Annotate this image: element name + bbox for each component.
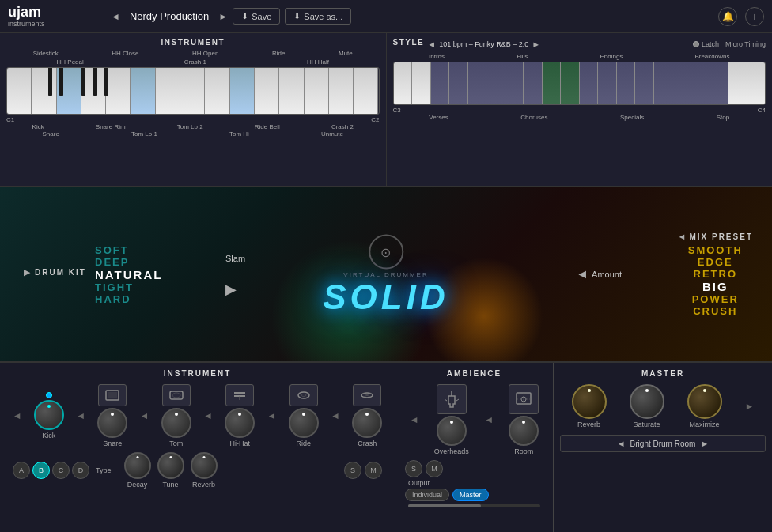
mix-style-big[interactable]: BIG <box>678 280 753 293</box>
style-pattern-key[interactable] <box>598 62 617 104</box>
white-key[interactable] <box>305 67 329 114</box>
save-as-button[interactable]: ⬇ Save as... <box>285 8 351 25</box>
style-pattern-key[interactable] <box>505 62 524 104</box>
kick-scroll[interactable]: ◄ <box>76 410 85 421</box>
style-pattern-key[interactable] <box>691 62 710 104</box>
white-key[interactable] <box>354 67 378 114</box>
channel-scroll-left[interactable]: ◄ <box>13 410 22 421</box>
type-btn-b[interactable]: B <box>32 462 50 479</box>
overheads-icon[interactable] <box>437 384 467 414</box>
style-pattern-key[interactable] <box>524 62 543 104</box>
nav-right-arrow[interactable]: ► <box>218 11 228 22</box>
room-icon[interactable] <box>509 384 539 414</box>
style-pattern-key[interactable] <box>710 62 729 104</box>
kit-style-hard[interactable]: HARD <box>95 293 162 305</box>
style-white-key[interactable] <box>728 62 747 104</box>
master-toggle-btn[interactable]: Master <box>452 489 489 501</box>
room-scroll[interactable]: ◄ <box>484 414 494 425</box>
kit-style-soft[interactable]: SOFT <box>95 244 162 256</box>
m-btn[interactable]: M <box>365 462 382 479</box>
crash-icon[interactable] <box>353 384 381 406</box>
ride-knob[interactable] <box>289 408 319 438</box>
decay-knob[interactable] <box>124 452 151 479</box>
style-pattern-key[interactable] <box>449 62 468 104</box>
white-key[interactable] <box>255 67 279 114</box>
snare-scroll[interactable]: ◄ <box>140 410 149 421</box>
white-key-active[interactable] <box>57 67 81 114</box>
room-nav-right[interactable]: ► <box>700 439 709 448</box>
style-white-key[interactable] <box>394 62 413 104</box>
nav-left-arrow[interactable]: ◄ <box>111 11 120 22</box>
crash-knob[interactable] <box>352 408 382 438</box>
white-key[interactable] <box>7 67 32 114</box>
kit-style-deep[interactable]: DEEP <box>95 256 162 268</box>
style-active-key[interactable] <box>543 62 562 104</box>
master-expand[interactable]: ► <box>745 401 755 412</box>
style-pattern-key[interactable] <box>617 62 636 104</box>
style-pattern-key[interactable] <box>486 62 505 104</box>
mix-style-smooth[interactable]: SMOOTH <box>678 244 753 256</box>
white-key[interactable] <box>32 67 56 114</box>
style-keyboard[interactable] <box>393 62 766 105</box>
type-btn-a[interactable]: A <box>13 462 30 479</box>
output-s-btn[interactable]: S <box>405 460 422 477</box>
notification-icon[interactable]: 🔔 <box>718 7 737 26</box>
white-key-active[interactable] <box>230 67 255 114</box>
mix-style-power[interactable]: POWER <box>678 293 753 305</box>
reverb-knob[interactable] <box>191 452 218 479</box>
mix-preset-arrow[interactable]: ◄ <box>678 232 687 241</box>
style-nav-right[interactable]: ► <box>532 40 540 49</box>
white-key[interactable] <box>81 67 106 114</box>
style-pattern-key[interactable] <box>654 62 673 104</box>
style-pattern-key[interactable] <box>635 62 654 104</box>
white-key[interactable] <box>180 67 205 114</box>
hihat-knob[interactable] <box>225 408 255 438</box>
style-active-key[interactable] <box>561 62 580 104</box>
amount-arrow[interactable]: ◄ <box>576 267 588 281</box>
style-white-key[interactable] <box>412 62 431 104</box>
kit-style-tight[interactable]: TIGHT <box>95 281 162 293</box>
style-pattern-key[interactable] <box>431 62 450 104</box>
info-icon[interactable]: i <box>745 7 764 26</box>
ride-icon[interactable] <box>290 384 318 406</box>
ambience-scroll-left[interactable]: ◄ <box>410 414 419 425</box>
white-key[interactable] <box>329 67 354 114</box>
style-pattern-key[interactable] <box>468 62 487 104</box>
mix-style-crush[interactable]: CRUSH <box>678 305 753 317</box>
style-white-key[interactable] <box>747 62 766 104</box>
overheads-knob[interactable] <box>437 416 467 446</box>
white-key[interactable] <box>106 67 131 114</box>
hihat-icon[interactable] <box>225 384 254 406</box>
output-m-btn[interactable]: M <box>426 460 443 477</box>
room-knob[interactable] <box>509 416 539 446</box>
white-key-active[interactable] <box>131 67 155 114</box>
tune-knob[interactable] <box>157 452 184 479</box>
style-pattern-key[interactable] <box>672 62 691 104</box>
crash-scroll[interactable]: ◄ <box>331 410 340 421</box>
individual-btn[interactable]: Individual <box>405 489 449 501</box>
instrument-keyboard[interactable] <box>6 67 380 115</box>
master-saturate-knob[interactable] <box>630 384 664 419</box>
style-nav-left[interactable]: ◄ <box>427 40 436 49</box>
drum-kit-play[interactable]: ▶ <box>24 267 30 277</box>
white-key[interactable] <box>279 67 304 114</box>
latch-control[interactable]: Latch <box>693 40 719 48</box>
output-slider[interactable] <box>408 504 540 507</box>
style-pattern-key[interactable] <box>580 62 599 104</box>
mix-style-edge[interactable]: EDGE <box>678 256 753 268</box>
kick-knob[interactable] <box>34 400 64 430</box>
white-key[interactable] <box>205 67 229 114</box>
snare-icon[interactable] <box>98 384 127 406</box>
white-key[interactable] <box>156 67 180 114</box>
type-btn-c[interactable]: C <box>52 462 70 479</box>
s-btn[interactable]: S <box>344 462 361 479</box>
room-nav-left[interactable]: ◄ <box>617 439 626 448</box>
save-button[interactable]: ⬇ Save <box>233 8 280 25</box>
ride-scroll[interactable]: ◄ <box>267 410 277 421</box>
snare-knob[interactable] <box>97 408 127 438</box>
mix-style-retro[interactable]: RETRO <box>678 268 753 280</box>
master-maximize-knob[interactable] <box>687 384 722 419</box>
master-reverb-knob[interactable] <box>572 384 607 419</box>
type-btn-d[interactable]: D <box>72 462 89 479</box>
kit-style-natural[interactable]: NATURAL <box>95 268 162 281</box>
